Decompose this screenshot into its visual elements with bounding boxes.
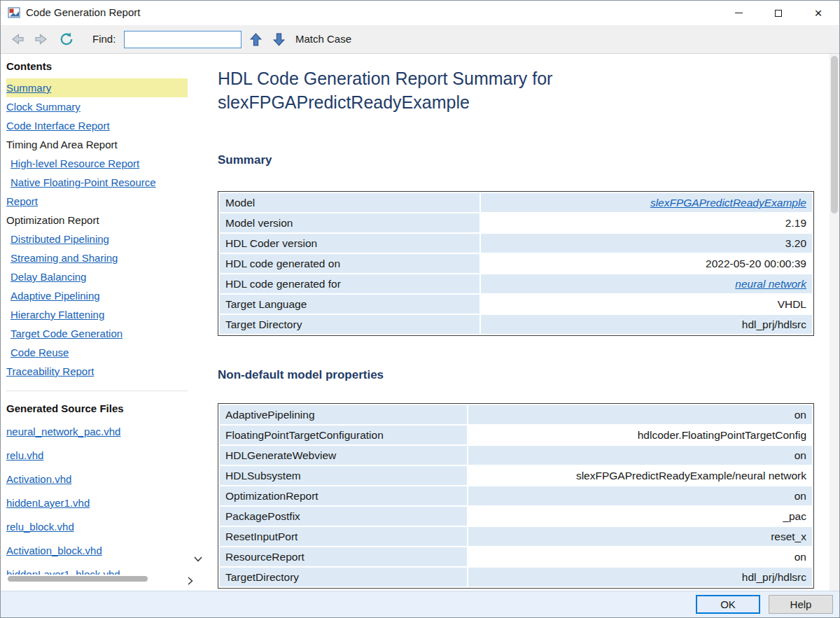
dialog-footer: OK Help: [1, 591, 839, 617]
sidebar-item-optimization-report: Optimization Report: [6, 211, 188, 230]
sidebar-vertical-scrollbar[interactable]: [190, 54, 206, 572]
files-list: neural_network_pac.vhdrelu.vhdActivation…: [6, 424, 188, 575]
property-value: on: [468, 547, 812, 566]
sidebar-divider: [6, 391, 188, 391]
property-value: neural network: [481, 274, 812, 293]
property-value: hdl_prj/hdlsrc: [468, 568, 812, 587]
sidebar-item-streaming-and-sharing[interactable]: Streaming and Sharing: [6, 248, 188, 267]
match-case-toggle[interactable]: Match Case: [295, 33, 351, 45]
app-icon: [8, 6, 20, 19]
property-label: HDL code generated for: [220, 274, 479, 293]
close-button[interactable]: ×: [804, 1, 832, 25]
find-label: Find:: [92, 33, 115, 45]
report-body: Contents SummaryClock SummaryCode Interf…: [1, 54, 839, 592]
maximize-button[interactable]: [764, 1, 792, 25]
sidebar-item-clock-summary[interactable]: Clock Summary: [6, 97, 188, 116]
property-label: Target Directory: [220, 315, 479, 334]
file-link-relu-block-vhd[interactable]: relu_block.vhd: [6, 519, 74, 535]
ok-button[interactable]: OK: [696, 595, 760, 614]
property-label: Model version: [220, 213, 479, 232]
sidebar-item-timing-and-area-report: Timing And Area Report: [6, 135, 188, 154]
table-row: PackagePostfix_pac: [220, 507, 812, 526]
table-row: Target Directoryhdl_prj/hdlsrc: [220, 315, 812, 334]
property-label: Model: [220, 193, 479, 212]
maximize-icon: [775, 10, 782, 17]
property-value: 2022-05-20 00:00:39: [481, 254, 812, 273]
find-next-button[interactable]: [270, 31, 287, 48]
window-title: Code Generation Report: [26, 6, 140, 18]
back-icon: [9, 31, 26, 48]
minimize-button[interactable]: [724, 1, 752, 25]
contents-heading: Contents: [6, 59, 188, 73]
content-vertical-scrollbar[interactable]: [830, 54, 839, 592]
property-value: hdl_prj/hdlsrc: [481, 315, 812, 334]
sidebar-horizontal-scrollbar[interactable]: [6, 573, 189, 584]
property-value: slexFPGAPredictReadyExample/neural netwo…: [468, 466, 812, 485]
horizontal-scroll-thumb[interactable]: [8, 576, 148, 582]
table-row: ResourceReporton: [220, 547, 812, 566]
properties-table: AdaptivePipeliningonFloatingPointTargetC…: [218, 403, 814, 589]
file-link-relu-vhd[interactable]: relu.vhd: [6, 448, 43, 463]
forward-button[interactable]: [33, 31, 50, 48]
find-previous-button[interactable]: [247, 31, 264, 48]
property-value: reset_x: [468, 527, 812, 546]
generated-files-heading: Generated Source Files: [6, 402, 188, 414]
property-label: HDLSubsystem: [220, 466, 467, 485]
value-link-neural-network[interactable]: neural network: [735, 278, 806, 290]
file-link-neural-network-pac-vhd[interactable]: neural_network_pac.vhd: [6, 424, 120, 440]
file-link-activation-vhd[interactable]: Activation.vhd: [6, 472, 71, 487]
refresh-icon: [58, 31, 75, 48]
back-button[interactable]: [9, 31, 26, 48]
find-next-icon: [272, 32, 286, 47]
property-label: HDL code generated on: [220, 254, 479, 273]
table-row: ResetInputPortreset_x: [220, 527, 812, 546]
properties-heading: Non-default model properties: [218, 368, 814, 382]
property-value: _pac: [468, 507, 812, 526]
property-label: TargetDirectory: [220, 568, 467, 587]
property-value: on: [468, 405, 812, 424]
contents-sidebar: Contents SummaryClock SummaryCode Interf…: [6, 59, 188, 575]
sidebar-item-delay-balancing[interactable]: Delay Balancing: [6, 267, 188, 286]
scroll-right-icon[interactable]: [188, 575, 193, 588]
value-link-slexfpgapredictreadyexample[interactable]: slexFPGAPredictReadyExample: [650, 197, 806, 209]
property-label: Target Language: [220, 295, 479, 314]
sidebar-item-adaptive-pipelining[interactable]: Adaptive Pipelining: [6, 286, 188, 305]
sidebar-item-native-floating-point-resource-report[interactable]: Native Floating-Point Resource Report: [6, 173, 188, 211]
titlebar: Code Generation Report ×: [1, 1, 839, 25]
report-content: HDL Code Generation Report Summary for s…: [218, 54, 814, 592]
summary-heading: Summary: [218, 153, 814, 167]
table-row: HDL code generated on2022-05-20 00:00:39: [220, 254, 812, 273]
close-icon: ×: [814, 6, 822, 20]
property-label: HDLGenerateWebview: [220, 446, 467, 465]
sidebar-item-code-interface-report[interactable]: Code Interface Report: [6, 116, 188, 135]
property-label: FloatingPointTargetConfiguration: [220, 426, 467, 444]
refresh-button[interactable]: [58, 31, 75, 48]
property-label: AdaptivePipelining: [220, 405, 467, 424]
vertical-scroll-thumb[interactable]: [831, 56, 838, 213]
sidebar-item-traceability-report[interactable]: Traceability Report: [6, 362, 188, 381]
table-row: HDL Coder version3.20: [220, 234, 812, 253]
find-previous-icon: [249, 32, 262, 47]
sidebar-item-distributed-pipelining[interactable]: Distributed Pipelining: [6, 230, 188, 248]
sidebar-item-high-level-resource-report[interactable]: High-level Resource Report: [6, 154, 188, 173]
sidebar-item-target-code-generation[interactable]: Target Code Generation: [6, 324, 188, 343]
table-row: ModelslexFPGAPredictReadyExample: [220, 193, 812, 212]
sidebar-item-code-reuse[interactable]: Code Reuse: [6, 343, 188, 362]
table-row: HDL code generated forneural network: [220, 274, 812, 293]
table-row: TargetDirectoryhdl_prj/hdlsrc: [220, 568, 812, 587]
code-generation-report-window: Code Generation Report ×: [0, 0, 840, 618]
property-value: on: [468, 446, 812, 465]
file-link-hiddenlayer1-vhd[interactable]: hiddenLayer1.vhd: [6, 496, 90, 511]
table-row: FloatingPointTargetConfigurationhdlcoder…: [220, 426, 812, 444]
property-label: ResourceReport: [220, 547, 467, 566]
property-label: PackagePostfix: [220, 507, 467, 526]
help-button[interactable]: Help: [769, 595, 833, 614]
property-label: HDL Coder version: [220, 234, 479, 253]
find-input[interactable]: [124, 31, 241, 48]
sidebar-item-summary[interactable]: Summary: [6, 78, 188, 97]
property-value: on: [468, 486, 812, 505]
scroll-down-icon[interactable]: [194, 552, 202, 565]
sidebar-item-hierarchy-flattening[interactable]: Hierarchy Flattening: [6, 305, 188, 324]
file-link-activation-block-vhd[interactable]: Activation_block.vhd: [6, 543, 102, 559]
contents-list: SummaryClock SummaryCode Interface Repor…: [6, 78, 188, 381]
